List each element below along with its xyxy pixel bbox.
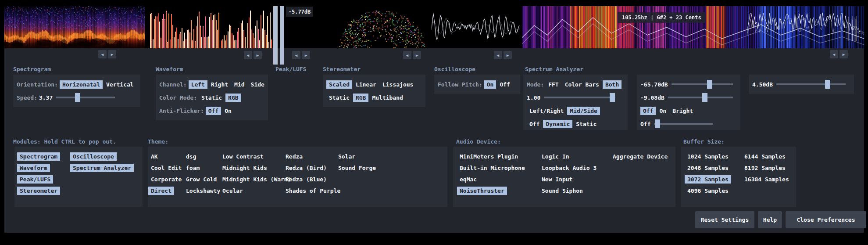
- option-side[interactable]: Side: [248, 80, 267, 89]
- option-midnight-kids[interactable]: Midnight Kids: [220, 164, 270, 172]
- option-left[interactable]: Left: [189, 80, 207, 89]
- option-horizonatal[interactable]: Horizonatal: [60, 80, 103, 89]
- next-module-button[interactable]: ▶: [302, 51, 310, 59]
- option-sound-siphon[interactable]: Sound Siphon: [539, 187, 586, 195]
- option-mid[interactable]: Mid: [232, 80, 247, 89]
- option-lockshawty[interactable]: Lockshawty: [183, 187, 223, 195]
- option-waveform[interactable]: Waveform: [17, 164, 50, 172]
- spectrum-analyzer-section-title: Spectrum Analyzer: [525, 66, 583, 72]
- sa-floor-slider-thumb[interactable]: [707, 80, 712, 89]
- option-on[interactable]: On: [657, 107, 669, 115]
- speed-slider-thumb[interactable]: [75, 93, 80, 102]
- next-module-button[interactable]: ▶: [108, 50, 116, 58]
- prev-module-button[interactable]: ◀: [244, 51, 252, 59]
- option-6144-samples[interactable]: 6144 Samples: [742, 152, 788, 161]
- option-multiband[interactable]: Multiband: [369, 94, 405, 102]
- sa-mode-toggle: FFTColor BarsBoth: [546, 80, 622, 89]
- option-off[interactable]: Off: [527, 120, 542, 128]
- prev-module-button[interactable]: ◀: [403, 51, 411, 59]
- next-module-button[interactable]: ▶: [504, 51, 512, 59]
- option-rgb[interactable]: RGB: [353, 94, 368, 102]
- option-off[interactable]: Off: [640, 107, 656, 115]
- option-rgb[interactable]: RGB: [225, 94, 241, 102]
- option-corporate[interactable]: Corporate: [148, 175, 184, 184]
- sa-slope-slider[interactable]: [776, 80, 846, 89]
- close-preferences-button[interactable]: Close Preferences: [786, 211, 866, 228]
- option-off[interactable]: Off: [497, 80, 512, 89]
- option-cool-edit[interactable]: Cool Edit: [148, 164, 184, 172]
- help-button[interactable]: Help: [758, 211, 782, 228]
- option-oscilloscope[interactable]: Oscilloscope: [70, 152, 117, 161]
- speed-slider[interactable]: [56, 93, 115, 102]
- option-mid-side[interactable]: Mid/Side: [567, 107, 600, 115]
- next-module-button[interactable]: ▶: [413, 51, 421, 59]
- option-left-right[interactable]: Left/Right: [527, 107, 566, 115]
- option-redza-blue-[interactable]: Redza (Blue): [283, 175, 329, 184]
- option-off[interactable]: Off: [206, 107, 221, 115]
- option-8192-samples[interactable]: 8192 Samples: [742, 164, 788, 172]
- option-color-bars[interactable]: Color Bars: [562, 80, 602, 89]
- option-minimeters-plugin[interactable]: MiniMeters Plugin: [457, 152, 521, 161]
- option-scaled[interactable]: Scaled: [326, 80, 352, 89]
- option-spectrum-analyzer[interactable]: Spectrum Analyzer: [70, 164, 134, 172]
- option-low-contrast[interactable]: Low Contrast: [220, 152, 266, 161]
- option-2048-samples[interactable]: 2048 Samples: [685, 164, 731, 172]
- option-vertical[interactable]: Vertical: [104, 80, 136, 89]
- option-dsg[interactable]: dsg: [183, 152, 199, 161]
- sa-tilt-slider[interactable]: [654, 119, 713, 128]
- option-noisethruster[interactable]: NoiseThruster: [457, 187, 507, 195]
- next-module-button[interactable]: ▶: [254, 51, 262, 59]
- option-sound-forge[interactable]: Sound Forge: [336, 164, 379, 172]
- option-16384-samples[interactable]: 16384 Samples: [742, 175, 792, 184]
- option-both[interactable]: Both: [603, 80, 622, 89]
- option-direct[interactable]: Direct: [148, 187, 174, 195]
- option-4096-samples[interactable]: 4096 Samples: [685, 187, 731, 195]
- option-static[interactable]: Static: [199, 94, 225, 102]
- option-built-in-microphone[interactable]: Built-in Microphone: [457, 164, 528, 172]
- option-linear[interactable]: Linear: [353, 80, 379, 89]
- option-grow-cold[interactable]: Grow Cold: [183, 175, 219, 184]
- option-foam[interactable]: foam: [183, 164, 202, 172]
- sa-smoothing-slider-thumb[interactable]: [610, 93, 615, 102]
- option-lissajous[interactable]: Lissajous: [380, 80, 416, 89]
- option-1024-samples[interactable]: 1024 Samples: [685, 152, 731, 161]
- option-new-input[interactable]: New Input: [539, 175, 575, 184]
- prev-module-button[interactable]: ◀: [292, 51, 300, 59]
- prev-module-button[interactable]: ◀: [494, 51, 502, 59]
- option-aggregate-device[interactable]: Aggregate Device: [610, 152, 670, 161]
- option-stereometer[interactable]: Stereometer: [17, 187, 60, 195]
- option-static[interactable]: Static: [326, 94, 352, 102]
- left-arrow-icon: ◀: [406, 53, 408, 58]
- option-dynamic[interactable]: Dynamic: [543, 120, 572, 128]
- option-on[interactable]: On: [222, 107, 234, 115]
- theme-column-5: SolarSound Forge: [336, 147, 379, 172]
- sa-tilt-slider-thumb[interactable]: [655, 119, 660, 128]
- option-loopback-audio-3[interactable]: Loopback Audio 3: [539, 164, 599, 172]
- next-module-button[interactable]: ▶: [839, 50, 848, 58]
- option-ocular[interactable]: Ocular: [220, 187, 246, 195]
- option-fft[interactable]: FFT: [546, 80, 561, 89]
- option-eqmac[interactable]: eqMac: [457, 175, 479, 184]
- sa-smoothing-slider[interactable]: [544, 93, 615, 102]
- reset-settings-button[interactable]: Reset Settings: [695, 211, 754, 228]
- option-bright[interactable]: Bright: [670, 107, 696, 115]
- sa-ceiling-slider[interactable]: [668, 93, 733, 102]
- option-ak[interactable]: AK: [148, 152, 161, 161]
- option-logic-in[interactable]: Logic In: [539, 152, 572, 161]
- sa-slope-slider-thumb[interactable]: [825, 80, 830, 89]
- option-peak-lufs[interactable]: Peak/LUFS: [17, 175, 53, 184]
- sa-ceiling-slider-thumb[interactable]: [702, 93, 707, 102]
- option-3072-samples[interactable]: 3072 Samples: [685, 175, 731, 184]
- option-shades-of-purple[interactable]: Shades of Purple: [283, 187, 343, 195]
- option-solar[interactable]: Solar: [336, 152, 358, 161]
- sa-floor-slider[interactable]: [672, 80, 733, 89]
- prev-module-button[interactable]: ◀: [98, 50, 107, 58]
- audio-device-panel: MiniMeters PluginBuilt-in MicrophoneeqMa…: [453, 147, 675, 207]
- option-redza[interactable]: Redza: [283, 152, 305, 161]
- prev-module-button[interactable]: ◀: [830, 50, 838, 58]
- option-right[interactable]: Right: [208, 80, 231, 89]
- option-static[interactable]: Static: [573, 120, 599, 128]
- option-spectrogram[interactable]: Spectrogram: [17, 152, 60, 161]
- option-redza-bird-[interactable]: Redza (Bird): [283, 164, 329, 172]
- option-on[interactable]: On: [484, 80, 497, 89]
